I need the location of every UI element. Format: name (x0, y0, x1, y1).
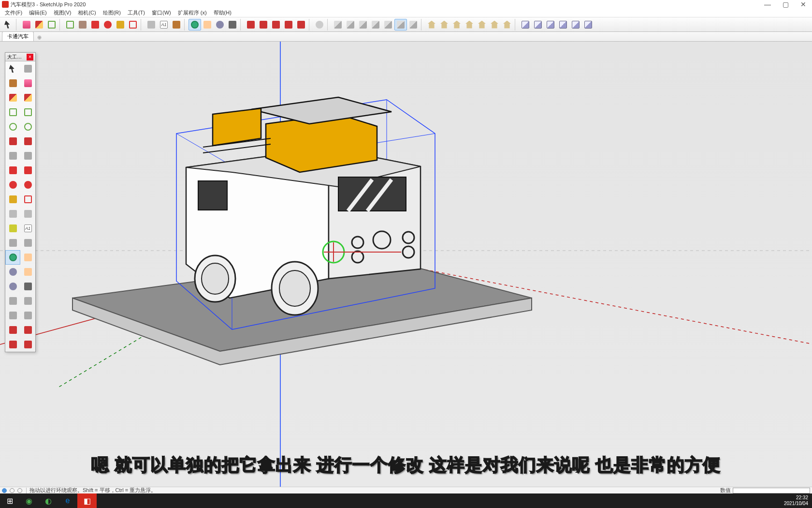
menu-window[interactable]: 窗口(W) (149, 8, 174, 17)
tb-pencil[interactable] (33, 19, 45, 30)
tb-rotate[interactable] (102, 19, 114, 30)
tb-rect2[interactable] (64, 19, 76, 30)
status-icon-3[interactable] (17, 488, 22, 493)
menu-draw[interactable]: 绘图(R) (100, 8, 124, 17)
tool-line[interactable] (5, 90, 20, 105)
tb-view-6[interactable] (488, 19, 501, 30)
tb-style-3[interactable] (357, 19, 369, 30)
tb-style-6[interactable] (394, 19, 407, 30)
tool-arc1[interactable] (5, 134, 20, 149)
tool-panel-header[interactable]: 大工… × (5, 53, 35, 61)
tool-component[interactable] (20, 61, 35, 76)
tb-scale[interactable] (114, 19, 127, 30)
tb-style-4[interactable] (369, 19, 382, 30)
tb-style-7[interactable] (407, 19, 420, 30)
tool-arc2[interactable] (20, 134, 35, 149)
tb-eraser[interactable] (20, 19, 33, 30)
tb-pan[interactable] (201, 19, 214, 30)
tool-tape[interactable] (5, 207, 20, 221)
tool-look[interactable] (20, 294, 35, 308)
tb-layer-5[interactable] (569, 19, 582, 30)
taskbar-sketchup[interactable]: ◧ (77, 493, 97, 508)
tool-rotate[interactable] (5, 178, 20, 192)
tb-view-5[interactable] (476, 19, 488, 30)
tool-arc3[interactable] (5, 149, 20, 163)
menu-camera[interactable]: 相机(C) (75, 8, 99, 17)
menu-tools[interactable]: 工具(T) (125, 8, 148, 17)
tool-select[interactable] (5, 61, 20, 76)
tb-push[interactable] (76, 19, 89, 30)
tool-orbit[interactable] (5, 250, 20, 265)
vcb-input[interactable] (733, 488, 810, 493)
tool-dim[interactable] (20, 207, 35, 221)
tool-wh1[interactable] (5, 323, 20, 337)
taskbar-browser1[interactable]: ◐ (39, 493, 58, 508)
tb-view-2[interactable] (438, 19, 450, 30)
tb-wh-1[interactable] (245, 19, 257, 30)
tool-pan[interactable] (20, 250, 35, 265)
tb-user[interactable] (313, 19, 326, 30)
tool-3dtext[interactable] (20, 236, 35, 250)
taskbar-wechat[interactable]: ◉ (19, 493, 39, 508)
tb-view-7[interactable] (501, 19, 513, 30)
tb-view-1[interactable] (425, 19, 438, 30)
tb-wh-5[interactable] (295, 19, 307, 30)
tool-rot-rect[interactable] (20, 105, 35, 120)
tb-move[interactable] (89, 19, 102, 30)
tool-panel-close[interactable]: × (27, 54, 33, 60)
tool-eraser[interactable] (20, 76, 35, 90)
tb-style-1[interactable] (332, 19, 344, 30)
tool-prev[interactable] (20, 279, 35, 294)
tb-zoom-ext[interactable] (226, 19, 239, 30)
start-button[interactable]: ⊞ (0, 493, 19, 508)
status-icon-2[interactable] (10, 488, 14, 493)
system-tray[interactable]: 22:32 2021/10/04 (784, 495, 812, 507)
tool-position[interactable] (5, 294, 20, 308)
tb-tape[interactable] (145, 19, 158, 30)
tool-pushpull[interactable] (20, 163, 35, 178)
tool-walk[interactable] (5, 308, 20, 323)
tb-paint[interactable] (170, 19, 183, 30)
tb-wh-4[interactable] (282, 19, 295, 30)
tb-style-5[interactable] (382, 19, 394, 30)
tb-layer-2[interactable] (532, 19, 544, 30)
tool-axes[interactable] (5, 236, 20, 250)
menu-file[interactable]: 文件(F) (2, 8, 25, 17)
tool-wh3[interactable] (5, 337, 20, 352)
tb-layer-4[interactable] (557, 19, 569, 30)
tool-move[interactable] (5, 163, 20, 178)
tool-rect[interactable] (5, 105, 20, 120)
taskbar-clock[interactable]: 22:32 2021/10/04 (784, 495, 808, 507)
maximize-button[interactable]: ▢ (783, 0, 789, 8)
menu-edit[interactable]: 编辑(E) (26, 8, 50, 17)
close-button[interactable]: ✕ (800, 0, 806, 8)
tool-zoom[interactable] (5, 265, 20, 279)
status-icon-1[interactable] (2, 488, 7, 493)
menu-help[interactable]: 帮助(H) (211, 8, 234, 17)
tool-section[interactable] (20, 308, 35, 323)
tb-text[interactable]: A1 (158, 19, 170, 30)
tool-wh4[interactable] (20, 337, 35, 352)
tb-layer-6[interactable] (582, 19, 594, 30)
menu-extensions[interactable]: 扩展程序 (x) (175, 8, 210, 17)
menu-view[interactable]: 视图(V) (51, 8, 74, 17)
tb-layer-3[interactable] (544, 19, 557, 30)
tool-poly[interactable] (20, 120, 35, 134)
tb-orbit[interactable] (188, 19, 201, 30)
taskbar-edge[interactable]: e (58, 493, 77, 508)
tool-text[interactable]: A1 (20, 221, 35, 236)
tool-followme[interactable] (20, 178, 35, 192)
tool-wh2[interactable] (20, 323, 35, 337)
viewport[interactable]: 大工… × A1 (0, 42, 812, 487)
tb-view-3[interactable] (450, 19, 463, 30)
tb-zoom[interactable] (214, 19, 226, 30)
tb-style-2[interactable] (344, 19, 357, 30)
tool-pie[interactable] (20, 149, 35, 163)
tool-circle[interactable] (5, 120, 20, 134)
large-tool-panel[interactable]: 大工… × A1 (5, 52, 36, 352)
tool-offset[interactable] (20, 192, 35, 207)
tb-offset[interactable] (127, 19, 139, 30)
tb-rect[interactable] (45, 19, 58, 30)
tool-zoom-ext[interactable] (5, 279, 20, 294)
add-scene-button[interactable]: ⊕ (35, 33, 44, 41)
